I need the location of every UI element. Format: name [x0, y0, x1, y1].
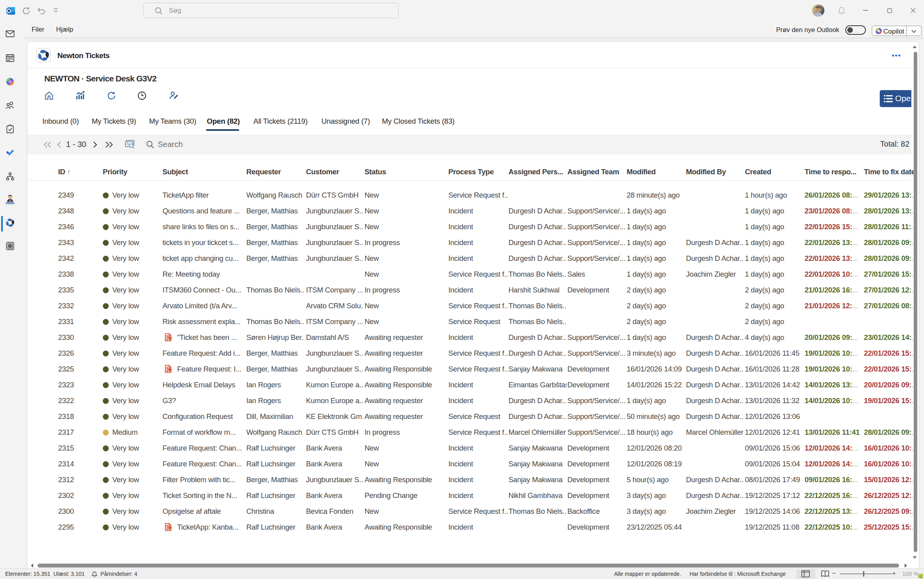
svg-text:SUPPORT: SUPPORT — [6, 202, 15, 204]
